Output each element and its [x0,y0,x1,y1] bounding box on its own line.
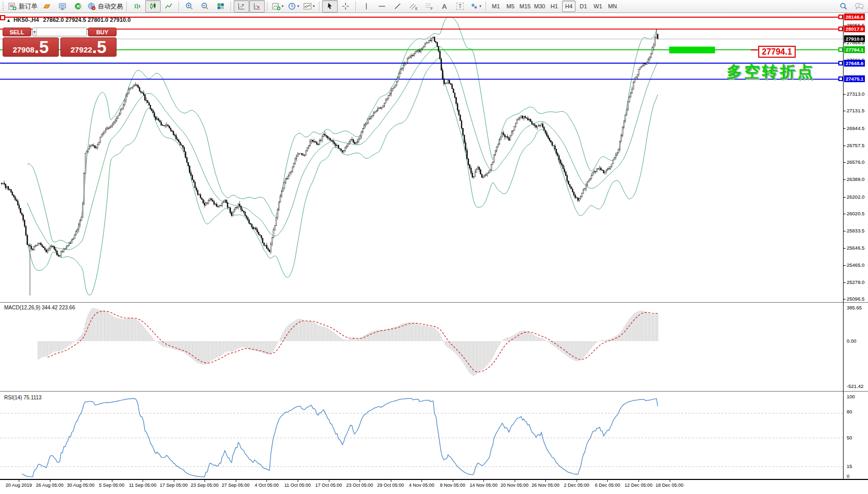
community-chat-button[interactable] [851,0,867,12]
time-axis-line [0,479,868,480]
candlestick-mode-button[interactable] [145,0,161,12]
price-tick-mark [843,231,846,231]
volume-down-button[interactable]: ▼ [33,28,37,36]
date-tick-mark [639,480,639,482]
date-tick-label: 23 Sep 05:00 [191,483,219,488]
date-tick-label: 17 Sep 05:00 [160,483,188,488]
macd-panel-canvas[interactable] [0,304,843,391]
text-label-tool-button[interactable]: T [452,0,468,12]
macd-axis-label: 385.65 [847,305,862,310]
arrows-tool-button[interactable]: ▾ [468,0,483,12]
symbol-period: HK50-,H4 [14,17,39,23]
chevron-down-icon[interactable]: ▾ [313,4,315,8]
price-chart-canvas[interactable] [0,15,843,302]
volume-input[interactable] [37,28,87,36]
text-tool-button[interactable]: A [437,0,452,12]
search-button[interactable] [836,0,851,12]
price-tick-mark [843,248,846,249]
zoom-out-button[interactable] [197,0,213,12]
indicators-icon [303,2,312,10]
date-tick-mark [422,480,422,482]
autotrading-label: 自动交易 [98,2,123,11]
timeframe-h4[interactable]: H4 [562,1,576,12]
annotation-text[interactable]: 多空转折点 [726,61,815,83]
toolbar-separator [486,2,487,11]
level-line-anchor[interactable] [838,61,843,66]
chart-shift-button[interactable] [234,0,249,12]
price-tick-mark [843,94,846,95]
sell-button[interactable]: SELL [3,28,31,36]
timeframe-h1[interactable]: H1 [547,1,561,12]
market-watch-button[interactable] [39,0,55,12]
buy-button[interactable]: BUY [88,28,117,36]
new-order-label: 新订单 [19,2,37,11]
level-line-anchor[interactable] [838,27,843,31]
terminal-icon [58,2,67,10]
tile-windows-button[interactable] [213,0,228,12]
trendline-icon [393,2,402,10]
crosshair-tool-button[interactable] [338,0,353,12]
price-level-badge: 27648.6 [844,60,865,67]
new-order-button[interactable]: 新订单 [7,0,39,12]
timeframe-m30[interactable]: M30 [533,1,546,12]
data-window-button[interactable] [55,0,70,12]
search-icon [839,2,848,10]
cursor-tool-button[interactable] [322,0,338,12]
price-tick-label: 25646.5 [847,245,864,251]
equidistant-channel-tool-button[interactable]: E [405,0,421,12]
auto-scroll-icon [253,2,261,10]
sell-price-panel[interactable]: 27908 .5 [3,37,59,57]
buy-price-fraction: .5 [92,38,107,57]
date-tick-label: 29 Oct 05:00 [377,483,404,488]
indicators-button[interactable]: ▾ [301,0,317,12]
strategy-tester-button[interactable] [70,0,86,12]
level-line-anchor[interactable] [838,76,843,81]
chevron-down-icon[interactable]: ▾ [297,4,299,8]
date-tick-label: 20 Nov 05:00 [501,483,529,488]
price-tick-label: 26020.5 [847,211,864,216]
rsi-panel-canvas[interactable] [0,393,843,479]
level-line-anchor[interactable] [838,47,843,52]
timeframe-m1[interactable]: M1 [489,1,503,12]
bar-chart-mode-button[interactable] [130,0,145,12]
panel-separator-light [0,392,868,392]
timeframe-mn[interactable]: MN [606,1,619,12]
auto-scroll-button[interactable] [249,0,265,12]
trendline-tool-button[interactable] [390,0,405,12]
fibonacci-tool-button[interactable]: F [421,0,437,12]
price-tick-label: 27313.0 [847,91,864,97]
autotrading-button[interactable]: 自动交易 [86,0,124,12]
svg-text:E: E [415,7,417,10]
line-chart-mode-button[interactable] [161,0,176,12]
chevron-down-icon[interactable]: ▾ [282,4,284,8]
timeframe-w1[interactable]: W1 [591,1,605,12]
rsi-axis-label: 100 [847,394,855,399]
zoom-out-icon [201,2,209,10]
price-tick-mark [843,111,846,111]
date-tick-mark [360,480,360,482]
date-tick-mark [545,480,546,482]
date-tick-mark [236,480,236,482]
periodicity-button[interactable]: ▾ [286,0,301,12]
timeframe-d1[interactable]: D1 [577,1,590,12]
date-tick-label: 20 Aug 2019 [6,483,32,488]
timeframe-m15[interactable]: M15 [518,1,532,12]
line-anchor-marker[interactable] [0,15,5,20]
chart-area[interactable]: ▲HK50-,H427862.0 27924.5 27801.0 27910.0… [0,14,868,494]
horizontal-line-tool-button[interactable] [374,0,390,12]
price-tick-label: 26944.5 [847,125,864,131]
level-line-anchor[interactable] [838,15,843,19]
buy-price-panel[interactable]: 27922 .5 [60,37,117,57]
vertical-line-tool-button[interactable] [359,0,374,12]
toolbar-separator [355,2,356,11]
new-chart-button[interactable]: ▾ [270,0,286,12]
chevron-down-icon[interactable]: ▾ [479,4,481,8]
timeframe-m5[interactable]: M5 [504,1,517,12]
price-tick-label: 27131.5 [847,108,864,113]
timeframe-group: M1M5M15M30H1H4D1W1MN [489,1,620,12]
price-callout-label[interactable]: 27794.1 [758,46,796,58]
date-tick-mark [205,480,205,482]
sell-price-fraction: .5 [34,38,49,57]
zoom-in-button[interactable] [182,0,197,12]
autotrading-globe-icon [87,2,96,10]
